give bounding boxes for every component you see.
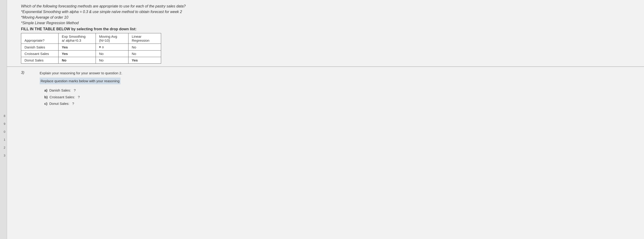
question-line1: Which of the following forecasting metho… — [21, 4, 630, 8]
croissant-exp: Yes — [58, 50, 96, 57]
row-num-9: 9 — [0, 120, 7, 128]
answer-column: Explain your reasoning for your answer t… — [40, 70, 630, 107]
row-num-8: 8 — [0, 112, 7, 120]
danish-exp: Yes — [58, 44, 96, 50]
col3-header: Linear Regression — [128, 33, 161, 44]
row-num-2: 2 — [0, 144, 7, 151]
danish-linear: No — [128, 44, 161, 50]
forecast-table: Appropriate? Exp Smoothing a/ alpha=0.3 … — [21, 33, 161, 64]
dropdown-value: ▾ — [99, 45, 101, 49]
donut-label: Donut Sales — [21, 57, 58, 64]
col2-header: Moving Avg (N=10) — [96, 33, 128, 44]
table-row-croissant: Croissant Sales Yes No No — [21, 50, 161, 57]
sub-item-a: a) Danish Sales: ? — [44, 87, 630, 94]
donut-linear: Yes — [128, 57, 161, 64]
donut-moving: No — [96, 57, 128, 64]
question-line2: *Exponential Smoothing with alpha = 0.3 … — [21, 10, 630, 14]
sub-item-b: b) Croissant Sales: ? — [44, 94, 630, 101]
table-instruction: FILL IN THE TABLE BELOW by selecting fro… — [21, 27, 630, 31]
row-numbers: 8 9 0 1 2 3 — [0, 0, 7, 239]
danish-moving[interactable]: ▾o — [96, 44, 128, 50]
bottom-line1: Explain your reasoning for your answer t… — [40, 70, 630, 76]
content-area: Which of the following forecasting metho… — [7, 0, 644, 239]
donut-exp: No — [58, 57, 96, 64]
bottom-line2: Replace question marks below with your r… — [40, 78, 120, 85]
row-num-0: 0 — [0, 128, 7, 136]
col1-header: Exp Smoothing a/ alpha=0.3 — [58, 33, 96, 44]
croissant-moving: No — [96, 50, 128, 57]
table-row-donut: Donut Sales No No Yes — [21, 57, 161, 64]
croissant-label: Croissant Sales — [21, 50, 58, 57]
sub-item-c: c) Donut Sales: ? — [44, 100, 630, 107]
row-num-3: 3 — [0, 151, 7, 159]
sub-items: a) Danish Sales: ? b) Croissant Sales: ?… — [40, 87, 630, 107]
question-number: 3) — [21, 70, 35, 107]
table-header-row: Appropriate? Exp Smoothing a/ alpha=0.3 … — [21, 33, 161, 44]
bottom-section: 3) Explain your reasoning for your answe… — [7, 67, 644, 110]
question-line4: *Simple Linear Regression Method — [21, 21, 630, 25]
top-section: Which of the following forecasting metho… — [7, 0, 644, 66]
danish-label: Danish Sales — [21, 44, 58, 50]
col0-header: Appropriate? — [21, 33, 58, 44]
row-num-1: 1 — [0, 136, 7, 144]
croissant-linear: No — [128, 50, 161, 57]
table-row-danish: Danish Sales Yes ▾o No — [21, 44, 161, 50]
question-line3: *Moving Average of order 10 — [21, 15, 630, 19]
